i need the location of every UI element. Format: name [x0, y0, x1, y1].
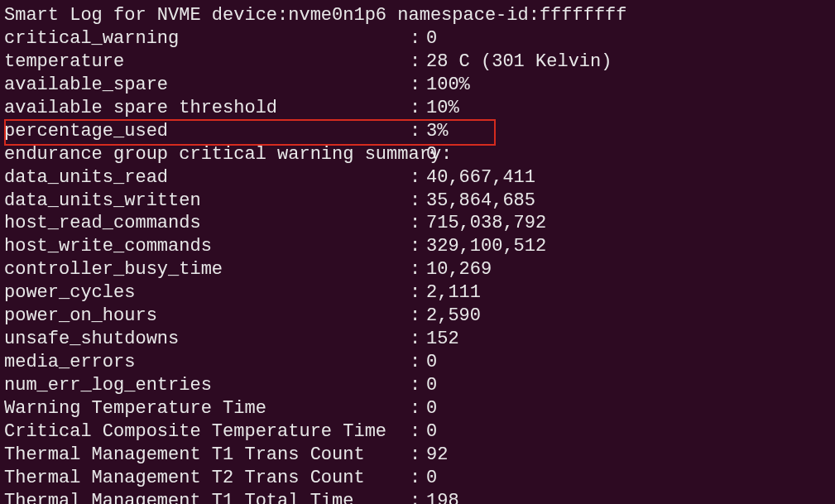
log-value: 3% — [426, 120, 448, 143]
log-separator: : — [410, 120, 426, 143]
log-separator: : — [410, 374, 426, 397]
log-row: Thermal Management T2 Trans Count:0 — [4, 467, 831, 490]
log-row: controller_busy_time:10,269 — [4, 258, 831, 281]
smart-log-table: critical_warning:0temperature:28 C (301 … — [4, 27, 831, 504]
log-separator — [410, 143, 426, 166]
log-row: Critical Composite Temperature Time:0 — [4, 420, 831, 444]
log-value: 92 — [426, 444, 448, 467]
log-row: num_err_log_entries:0 — [4, 374, 831, 397]
log-separator: : — [410, 212, 426, 235]
log-separator: : — [410, 490, 426, 504]
log-separator: : — [410, 235, 426, 258]
log-separator: : — [410, 420, 426, 444]
log-value: 10,269 — [426, 258, 492, 281]
log-value: 40,667,411 — [426, 166, 535, 190]
log-row: power_on_hours:2,590 — [4, 305, 831, 328]
log-row: Thermal Management T1 Trans Count:92 — [4, 444, 831, 467]
log-key: host_write_commands — [4, 235, 410, 258]
log-key: Thermal Management T2 Trans Count — [4, 467, 410, 490]
log-key: host_read_commands — [4, 212, 410, 235]
log-key: power_cycles — [4, 281, 410, 305]
log-key: available_spare — [4, 74, 410, 97]
log-row: host_write_commands:329,100,512 — [4, 235, 831, 258]
log-value: 0 — [426, 27, 437, 50]
log-row: Warning Temperature Time:0 — [4, 397, 831, 420]
log-row: temperature:28 C (301 Kelvin) — [4, 50, 831, 74]
log-key: data_units_written — [4, 190, 410, 213]
log-separator: : — [410, 74, 426, 97]
log-separator: : — [410, 444, 426, 467]
log-value: 0 — [426, 467, 437, 490]
log-row: data_units_written:35,864,685 — [4, 190, 831, 213]
log-row: critical_warning:0 — [4, 27, 831, 50]
log-value: 0 — [426, 420, 437, 444]
log-row: media_errors:0 — [4, 351, 831, 374]
log-row: endurance group critical warning summary… — [4, 143, 831, 166]
log-value: 0 — [426, 143, 437, 166]
log-separator: : — [410, 351, 426, 374]
log-value: 2,111 — [426, 281, 481, 305]
log-key: percentage_used — [4, 120, 410, 143]
log-key: temperature — [4, 50, 410, 74]
log-key: unsafe_shutdowns — [4, 328, 410, 351]
log-row: host_read_commands:715,038,792 — [4, 212, 831, 235]
log-value: 198 — [426, 490, 459, 504]
log-value: 2,590 — [426, 305, 481, 328]
log-row: data_units_read:40,667,411 — [4, 166, 831, 190]
log-value: 0 — [426, 351, 437, 374]
log-value: 715,038,792 — [426, 212, 546, 235]
log-separator: : — [410, 467, 426, 490]
log-row: power_cycles:2,111 — [4, 281, 831, 305]
log-row: percentage_used:3% — [4, 120, 831, 143]
log-separator: : — [410, 50, 426, 74]
log-value: 100% — [426, 74, 470, 97]
log-value: 0 — [426, 374, 437, 397]
smart-log-header: Smart Log for NVME device:nvme0n1p6 name… — [4, 4, 831, 27]
log-key: Thermal Management T1 Total Time — [4, 490, 410, 504]
log-separator: : — [410, 27, 426, 50]
log-separator: : — [410, 166, 426, 190]
log-key: Critical Composite Temperature Time — [4, 420, 410, 444]
log-key: critical_warning — [4, 27, 410, 50]
log-row: unsafe_shutdowns:152 — [4, 328, 831, 351]
log-value: 152 — [426, 328, 459, 351]
log-key: num_err_log_entries — [4, 374, 410, 397]
log-key: power_on_hours — [4, 305, 410, 328]
log-separator: : — [410, 328, 426, 351]
log-value: 10% — [426, 97, 459, 120]
log-separator: : — [410, 258, 426, 281]
log-key: endurance group critical warning summary… — [4, 143, 410, 166]
log-row: available spare threshold:10% — [4, 97, 831, 120]
log-key: controller_busy_time — [4, 258, 410, 281]
log-separator: : — [410, 97, 426, 120]
log-separator: : — [410, 305, 426, 328]
log-separator: : — [410, 281, 426, 305]
log-key: Warning Temperature Time — [4, 397, 410, 420]
log-value: 329,100,512 — [426, 235, 546, 258]
log-value: 0 — [426, 397, 437, 420]
log-row: available_spare:100% — [4, 74, 831, 97]
log-row: Thermal Management T1 Total Time:198 — [4, 490, 831, 504]
log-key: media_errors — [4, 351, 410, 374]
log-separator: : — [410, 190, 426, 213]
log-key: available spare threshold — [4, 97, 410, 120]
log-value: 28 C (301 Kelvin) — [426, 50, 612, 74]
log-separator: : — [410, 397, 426, 420]
log-key: Thermal Management T1 Trans Count — [4, 444, 410, 467]
log-value: 35,864,685 — [426, 190, 535, 213]
log-key: data_units_read — [4, 166, 410, 190]
